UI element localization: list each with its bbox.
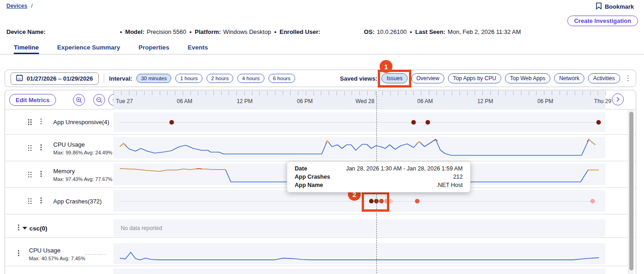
interval-button-group: 30 minutes1 hours2 hours4 hours6 hours xyxy=(136,74,295,83)
row-menu-icon[interactable] xyxy=(40,119,42,125)
axis-tick xyxy=(198,91,198,95)
scrollbar-thumb[interactable] xyxy=(629,112,633,270)
device-info-label: Model: xyxy=(125,28,145,35)
timeline-controls-row: Edit Metrics Tue 2706 AM12 PM06 PMWed 28… xyxy=(5,90,636,110)
event-dot[interactable] xyxy=(596,120,601,125)
tooltip-row: DateJan 28, 2026 1:30 AM - Jan 28, 2026 … xyxy=(295,165,463,172)
tab-timeline[interactable]: Timeline xyxy=(14,44,39,54)
row-menu-icon[interactable] xyxy=(40,171,42,177)
pan-right-button[interactable] xyxy=(612,93,624,105)
axis-tick xyxy=(314,91,314,95)
event-dot[interactable] xyxy=(590,199,595,203)
vertical-scrollbar[interactable] xyxy=(628,110,634,274)
saved-view-activities[interactable]: Activities xyxy=(588,73,620,83)
drag-handle-icon[interactable] xyxy=(28,119,32,125)
axis-tick xyxy=(552,91,552,95)
drag-handle-icon[interactable] xyxy=(28,198,32,204)
timeline-row: App Unresponsive(4) xyxy=(5,110,636,135)
axis-tick xyxy=(413,91,414,95)
saved-view-network[interactable]: Network xyxy=(554,73,584,83)
axis-tick xyxy=(344,91,345,95)
row-menu-icon[interactable] xyxy=(18,225,19,230)
row-gap xyxy=(5,214,636,219)
axis-tick xyxy=(190,91,191,95)
interval-4-hours[interactable]: 4 hours xyxy=(237,74,264,83)
tab-events[interactable]: Events xyxy=(188,44,208,54)
event-dot[interactable] xyxy=(426,120,430,125)
tooltip-label: Date xyxy=(295,165,307,172)
axis-tick xyxy=(290,91,291,95)
interval-6-hours[interactable]: 6 hours xyxy=(269,74,295,83)
axis-tick xyxy=(398,91,398,95)
axis-tick xyxy=(121,91,122,95)
axis-tick xyxy=(259,91,260,95)
bookmark-label: Bookmark xyxy=(605,3,634,10)
row-chart-area[interactable] xyxy=(113,190,605,212)
axis-label: Wed 28 xyxy=(355,98,374,104)
interval-1-hours[interactable]: 1 hours xyxy=(175,74,202,83)
row-chart-area[interactable] xyxy=(113,137,605,159)
row-menu-icon[interactable] xyxy=(40,144,42,150)
timeline-row: CPU UsageMax: 40.57% Avg: 7.45% xyxy=(5,241,636,266)
row-menu-icon[interactable] xyxy=(40,197,42,203)
saved-view-top-apps-by-cpu[interactable]: Top Apps by CPU xyxy=(448,73,501,83)
saved-view-issues[interactable]: Issues xyxy=(381,73,408,83)
metric-label: App Crashes(372) xyxy=(53,198,102,205)
row-gap xyxy=(5,238,636,241)
edit-metrics-button[interactable]: Edit Metrics xyxy=(9,94,56,106)
axis-tick xyxy=(375,91,375,95)
axis-tick xyxy=(560,91,560,95)
drag-handle-icon[interactable] xyxy=(28,172,32,178)
axis-tick xyxy=(267,91,268,95)
tab-experience-summary[interactable]: Experience Summary xyxy=(57,44,120,54)
breadcrumb: Devices / xyxy=(6,3,33,9)
row-chart-area[interactable] xyxy=(113,243,605,264)
drag-handle-icon[interactable] xyxy=(28,145,32,151)
axis-tick xyxy=(113,91,114,95)
saved-view-top-web-apps[interactable]: Top Web Apps xyxy=(505,73,550,83)
annotation-badge-1: 1 xyxy=(380,60,392,73)
zoom-in-button[interactable] xyxy=(73,94,85,106)
device-info-value: 10.0.26100 xyxy=(377,28,407,35)
tooltip-label: App Crashes xyxy=(295,174,330,180)
axis-tick xyxy=(490,91,491,95)
axis-tick xyxy=(390,91,391,95)
axis-tick xyxy=(175,91,175,95)
metric-stats: Max: 97.43% Avg: 77.67% xyxy=(53,176,112,182)
axis-tick xyxy=(183,91,183,95)
tooltip-value: 212 xyxy=(453,174,463,180)
bookmark-button[interactable]: Bookmark xyxy=(596,2,634,11)
device-info-label: Platform: xyxy=(195,28,221,35)
axis-tick xyxy=(152,91,152,95)
date-range-picker[interactable]: 01/27/2026 – 01/29/2026 xyxy=(11,72,99,85)
create-investigation-button[interactable]: Create Investigation xyxy=(567,16,638,26)
interval-30-minutes[interactable]: 30 minutes xyxy=(136,74,171,83)
axis-label: 06 PM xyxy=(297,98,313,104)
section-label[interactable]: csc(0) xyxy=(29,225,47,232)
event-dot[interactable] xyxy=(169,120,174,125)
collapse-caret-icon[interactable] xyxy=(22,227,27,230)
metric-label: CPU Usage xyxy=(53,141,112,148)
axis-tick xyxy=(521,91,521,95)
row-menu-icon[interactable] xyxy=(18,250,19,256)
event-dot[interactable] xyxy=(411,120,416,125)
saved-view-wrap: Activities xyxy=(588,73,620,83)
axis-tick xyxy=(575,91,575,95)
tab-properties[interactable]: Properties xyxy=(139,44,169,54)
tooltip-value: .NET Host xyxy=(437,182,463,188)
axis-tick xyxy=(513,91,514,95)
interval-2-hours[interactable]: 2 hours xyxy=(207,74,233,83)
info-bullet: • xyxy=(274,28,276,35)
zoom-out-button[interactable] xyxy=(93,94,105,106)
toolbar-overflow-menu[interactable] xyxy=(626,75,631,82)
saved-view-overview[interactable]: Overview xyxy=(411,73,444,83)
info-bullet: • xyxy=(120,28,122,35)
axis-tick xyxy=(336,91,337,95)
axis-tick xyxy=(544,91,544,95)
axis-tick xyxy=(529,91,529,95)
interval-label: Interval: xyxy=(109,75,133,82)
event-dot[interactable] xyxy=(415,199,420,203)
saved-views-label: Saved views: xyxy=(340,75,378,82)
row-chart-area[interactable] xyxy=(113,112,605,132)
breadcrumb-devices-link[interactable]: Devices xyxy=(6,3,27,9)
